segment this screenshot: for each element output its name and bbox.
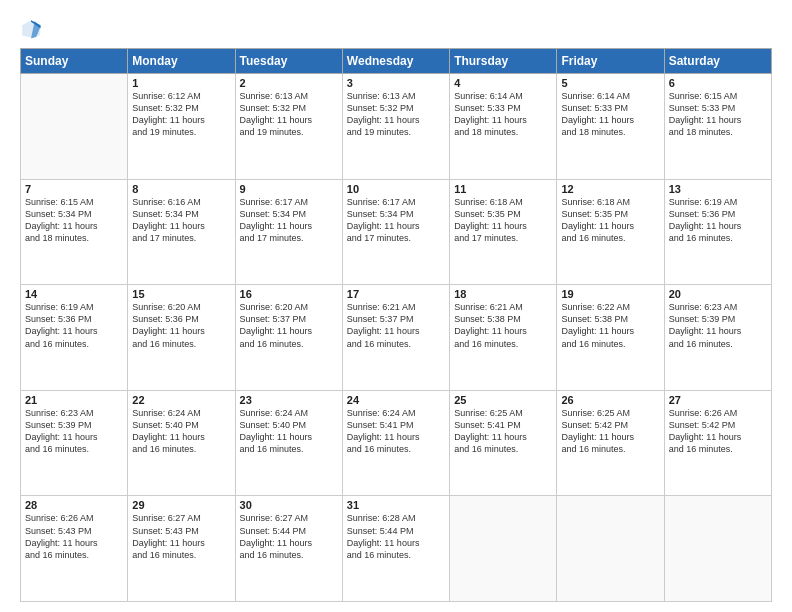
day-number: 6 [669,77,767,89]
day-info: Sunrise: 6:24 AM Sunset: 5:40 PM Dayligh… [132,407,230,456]
calendar-cell: 4Sunrise: 6:14 AM Sunset: 5:33 PM Daylig… [450,74,557,180]
calendar-cell [664,496,771,602]
calendar-cell: 11Sunrise: 6:18 AM Sunset: 5:35 PM Dayli… [450,179,557,285]
day-info: Sunrise: 6:15 AM Sunset: 5:34 PM Dayligh… [25,196,123,245]
day-number: 4 [454,77,552,89]
day-number: 5 [561,77,659,89]
day-info: Sunrise: 6:21 AM Sunset: 5:38 PM Dayligh… [454,301,552,350]
day-info: Sunrise: 6:17 AM Sunset: 5:34 PM Dayligh… [347,196,445,245]
calendar-cell: 22Sunrise: 6:24 AM Sunset: 5:40 PM Dayli… [128,390,235,496]
week-row-1: 7Sunrise: 6:15 AM Sunset: 5:34 PM Daylig… [21,179,772,285]
calendar-cell: 13Sunrise: 6:19 AM Sunset: 5:36 PM Dayli… [664,179,771,285]
day-number: 23 [240,394,338,406]
logo [20,18,46,40]
day-info: Sunrise: 6:23 AM Sunset: 5:39 PM Dayligh… [25,407,123,456]
day-info: Sunrise: 6:26 AM Sunset: 5:43 PM Dayligh… [25,512,123,561]
day-info: Sunrise: 6:25 AM Sunset: 5:41 PM Dayligh… [454,407,552,456]
week-row-3: 21Sunrise: 6:23 AM Sunset: 5:39 PM Dayli… [21,390,772,496]
calendar-cell: 3Sunrise: 6:13 AM Sunset: 5:32 PM Daylig… [342,74,449,180]
day-info: Sunrise: 6:16 AM Sunset: 5:34 PM Dayligh… [132,196,230,245]
day-number: 12 [561,183,659,195]
calendar-cell: 23Sunrise: 6:24 AM Sunset: 5:40 PM Dayli… [235,390,342,496]
day-number: 27 [669,394,767,406]
day-info: Sunrise: 6:14 AM Sunset: 5:33 PM Dayligh… [561,90,659,139]
calendar-header-row: SundayMondayTuesdayWednesdayThursdayFrid… [21,49,772,74]
calendar-cell: 18Sunrise: 6:21 AM Sunset: 5:38 PM Dayli… [450,285,557,391]
calendar-cell: 21Sunrise: 6:23 AM Sunset: 5:39 PM Dayli… [21,390,128,496]
day-info: Sunrise: 6:19 AM Sunset: 5:36 PM Dayligh… [669,196,767,245]
calendar-cell: 24Sunrise: 6:24 AM Sunset: 5:41 PM Dayli… [342,390,449,496]
day-number: 17 [347,288,445,300]
header-tuesday: Tuesday [235,49,342,74]
day-info: Sunrise: 6:12 AM Sunset: 5:32 PM Dayligh… [132,90,230,139]
day-number: 7 [25,183,123,195]
calendar-cell: 28Sunrise: 6:26 AM Sunset: 5:43 PM Dayli… [21,496,128,602]
day-number: 13 [669,183,767,195]
page: SundayMondayTuesdayWednesdayThursdayFrid… [0,0,792,612]
day-info: Sunrise: 6:22 AM Sunset: 5:38 PM Dayligh… [561,301,659,350]
day-info: Sunrise: 6:21 AM Sunset: 5:37 PM Dayligh… [347,301,445,350]
day-number: 25 [454,394,552,406]
calendar: SundayMondayTuesdayWednesdayThursdayFrid… [20,48,772,602]
calendar-cell: 25Sunrise: 6:25 AM Sunset: 5:41 PM Dayli… [450,390,557,496]
day-info: Sunrise: 6:14 AM Sunset: 5:33 PM Dayligh… [454,90,552,139]
day-number: 22 [132,394,230,406]
calendar-cell: 10Sunrise: 6:17 AM Sunset: 5:34 PM Dayli… [342,179,449,285]
week-row-2: 14Sunrise: 6:19 AM Sunset: 5:36 PM Dayli… [21,285,772,391]
day-number: 1 [132,77,230,89]
day-info: Sunrise: 6:24 AM Sunset: 5:41 PM Dayligh… [347,407,445,456]
calendar-cell: 6Sunrise: 6:15 AM Sunset: 5:33 PM Daylig… [664,74,771,180]
day-number: 11 [454,183,552,195]
header-saturday: Saturday [664,49,771,74]
day-number: 19 [561,288,659,300]
day-number: 21 [25,394,123,406]
day-number: 8 [132,183,230,195]
header [20,18,772,40]
day-number: 31 [347,499,445,511]
day-info: Sunrise: 6:25 AM Sunset: 5:42 PM Dayligh… [561,407,659,456]
header-wednesday: Wednesday [342,49,449,74]
day-number: 15 [132,288,230,300]
calendar-cell: 20Sunrise: 6:23 AM Sunset: 5:39 PM Dayli… [664,285,771,391]
day-info: Sunrise: 6:26 AM Sunset: 5:42 PM Dayligh… [669,407,767,456]
day-number: 16 [240,288,338,300]
day-info: Sunrise: 6:19 AM Sunset: 5:36 PM Dayligh… [25,301,123,350]
calendar-cell: 12Sunrise: 6:18 AM Sunset: 5:35 PM Dayli… [557,179,664,285]
calendar-cell [557,496,664,602]
day-info: Sunrise: 6:28 AM Sunset: 5:44 PM Dayligh… [347,512,445,561]
day-info: Sunrise: 6:23 AM Sunset: 5:39 PM Dayligh… [669,301,767,350]
header-monday: Monday [128,49,235,74]
day-number: 28 [25,499,123,511]
day-info: Sunrise: 6:17 AM Sunset: 5:34 PM Dayligh… [240,196,338,245]
day-number: 29 [132,499,230,511]
day-info: Sunrise: 6:20 AM Sunset: 5:36 PM Dayligh… [132,301,230,350]
week-row-4: 28Sunrise: 6:26 AM Sunset: 5:43 PM Dayli… [21,496,772,602]
calendar-cell: 1Sunrise: 6:12 AM Sunset: 5:32 PM Daylig… [128,74,235,180]
day-info: Sunrise: 6:13 AM Sunset: 5:32 PM Dayligh… [240,90,338,139]
day-info: Sunrise: 6:18 AM Sunset: 5:35 PM Dayligh… [454,196,552,245]
day-number: 9 [240,183,338,195]
calendar-cell: 26Sunrise: 6:25 AM Sunset: 5:42 PM Dayli… [557,390,664,496]
day-number: 30 [240,499,338,511]
week-row-0: 1Sunrise: 6:12 AM Sunset: 5:32 PM Daylig… [21,74,772,180]
calendar-cell: 16Sunrise: 6:20 AM Sunset: 5:37 PM Dayli… [235,285,342,391]
calendar-cell: 17Sunrise: 6:21 AM Sunset: 5:37 PM Dayli… [342,285,449,391]
day-info: Sunrise: 6:13 AM Sunset: 5:32 PM Dayligh… [347,90,445,139]
calendar-cell: 19Sunrise: 6:22 AM Sunset: 5:38 PM Dayli… [557,285,664,391]
calendar-cell: 14Sunrise: 6:19 AM Sunset: 5:36 PM Dayli… [21,285,128,391]
calendar-cell: 30Sunrise: 6:27 AM Sunset: 5:44 PM Dayli… [235,496,342,602]
header-thursday: Thursday [450,49,557,74]
calendar-cell [450,496,557,602]
calendar-cell: 31Sunrise: 6:28 AM Sunset: 5:44 PM Dayli… [342,496,449,602]
header-friday: Friday [557,49,664,74]
calendar-cell: 29Sunrise: 6:27 AM Sunset: 5:43 PM Dayli… [128,496,235,602]
day-number: 10 [347,183,445,195]
day-info: Sunrise: 6:18 AM Sunset: 5:35 PM Dayligh… [561,196,659,245]
calendar-cell [21,74,128,180]
day-info: Sunrise: 6:15 AM Sunset: 5:33 PM Dayligh… [669,90,767,139]
calendar-cell: 8Sunrise: 6:16 AM Sunset: 5:34 PM Daylig… [128,179,235,285]
logo-icon [20,18,42,40]
day-number: 18 [454,288,552,300]
calendar-cell: 2Sunrise: 6:13 AM Sunset: 5:32 PM Daylig… [235,74,342,180]
day-number: 2 [240,77,338,89]
